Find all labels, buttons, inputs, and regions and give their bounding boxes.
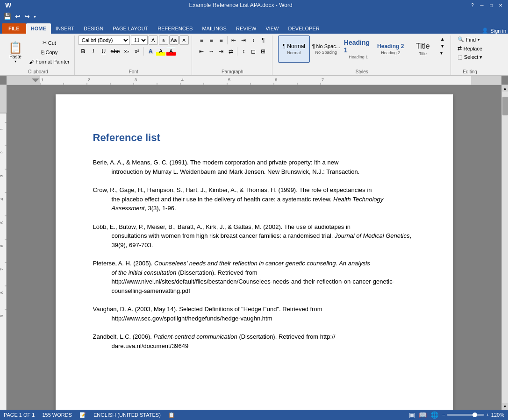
align-right-button[interactable]: ⇥	[216, 47, 226, 56]
svg-text:4: 4	[0, 198, 4, 200]
print-layout-view-button[interactable]: ▣	[409, 411, 415, 419]
document-area[interactable]: Reference list Berle, A. A., & Means, G.…	[7, 85, 501, 410]
copy-button[interactable]: ⎘ Copy	[27, 48, 72, 57]
cut-button[interactable]: ✂ Cut	[27, 39, 72, 47]
tab-review[interactable]: REVIEW	[231, 23, 261, 34]
ruler-left-margin	[7, 76, 40, 85]
undo-icon[interactable]: ↩	[14, 12, 22, 21]
underline-button[interactable]: U	[99, 47, 108, 56]
vertical-scrollbar: ▲ ▼	[501, 85, 508, 410]
style-no-spacing[interactable]: ¶ No Spac... No Spacing	[310, 36, 342, 63]
numbering-button[interactable]: ≡	[207, 36, 216, 45]
svg-text:7: 7	[322, 78, 324, 82]
zoom-in-button[interactable]: +	[486, 412, 489, 418]
show-marks-button[interactable]: ¶	[258, 36, 268, 45]
strikethrough-button[interactable]: abc	[109, 47, 121, 56]
styles-gallery: ¶ Normal Normal ¶ No Spac... No Spacing …	[278, 36, 446, 69]
word-icon: W	[4, 1, 13, 9]
style-heading1[interactable]: Heading 1 Heading 1	[343, 36, 374, 63]
bold-button[interactable]: B	[79, 47, 88, 56]
style-normal[interactable]: ¶ Normal Normal	[278, 36, 310, 63]
restore-button[interactable]: □	[487, 1, 495, 9]
borders-button[interactable]: ⊞	[258, 47, 268, 56]
tab-home[interactable]: HOME	[26, 23, 51, 34]
subscript-button[interactable]: x₂	[122, 47, 131, 56]
clear-format-button[interactable]: ✕	[179, 36, 189, 45]
italic-button[interactable]: I	[89, 47, 98, 56]
tab-file[interactable]: FILE	[2, 23, 26, 34]
web-layout-button[interactable]: 🌐	[430, 411, 438, 419]
tab-references[interactable]: REFERENCES	[153, 23, 197, 34]
redo-icon[interactable]: ↪	[23, 12, 31, 21]
shading-button[interactable]: ◻	[249, 47, 258, 56]
tab-view[interactable]: VIEW	[261, 23, 283, 34]
styles-scroll-up[interactable]: ▲	[439, 36, 446, 43]
tab-design[interactable]: DESIGN	[79, 23, 108, 34]
scroll-thumb[interactable]	[502, 97, 508, 115]
justify-button[interactable]: ⇄	[226, 47, 236, 56]
language-indicator[interactable]: ENGLISH (UNITED STATES)	[93, 412, 161, 418]
tab-developer[interactable]: DEVELOPER	[283, 23, 324, 34]
increase-indent-button[interactable]: ⇥	[239, 36, 248, 45]
save-icon[interactable]: 💾	[2, 12, 13, 21]
page-indicator[interactable]: PAGE 1 OF 1	[4, 412, 35, 418]
bullets-button[interactable]: ≡	[197, 36, 206, 45]
close-button[interactable]: ✕	[497, 1, 504, 9]
status-bar: PAGE 1 OF 1 155 WORDS 📝 ENGLISH (UNITED …	[0, 410, 508, 420]
zoom-level[interactable]: 120%	[491, 412, 504, 418]
font-group: Calibri (Body) 11 A a Aa ✕ B I U abc x₂ …	[76, 36, 192, 75]
line-spacing-button[interactable]: ↕	[239, 47, 248, 56]
zoom-slider[interactable]	[447, 414, 484, 416]
select-button[interactable]: ⬚ Select ▾	[455, 53, 486, 61]
highlight-color-button[interactable]: A	[156, 47, 165, 56]
svg-text:2: 2	[88, 78, 90, 82]
word-count[interactable]: 155 WORDS	[42, 412, 72, 418]
tab-insert[interactable]: INSERT	[51, 23, 79, 34]
zoom-out-button[interactable]: −	[442, 412, 445, 418]
decrease-indent-button[interactable]: ⇤	[229, 36, 238, 45]
multilevel-button[interactable]: ≡	[216, 36, 226, 45]
sign-in-button[interactable]: 👤 Sign in	[482, 28, 506, 34]
svg-text:9: 9	[0, 315, 4, 317]
ruler-content[interactable]: 1 2 3 4 5 6 7	[40, 76, 471, 85]
paste-dropdown-icon[interactable]: ▾	[14, 59, 16, 64]
scroll-track[interactable]	[502, 92, 508, 403]
svg-text:1: 1	[0, 128, 4, 130]
title-bar: W Example Reference List APA.docx - Word…	[0, 0, 508, 10]
shrink-font-button[interactable]: a	[159, 36, 168, 45]
scroll-up-button[interactable]: ▲	[502, 85, 508, 92]
scroll-down-button[interactable]: ▼	[502, 403, 508, 410]
style-heading2[interactable]: Heading 2 Heading 2	[375, 36, 407, 63]
clipboard-group: 📋 Paste ▾ ✂ Cut ⎘ Copy 🖌 Format Painter	[2, 36, 75, 75]
reference-vaughan: Vaughan, D. A. (2003, May 14). Selected …	[93, 305, 415, 323]
customize-quick-access-icon[interactable]: ▾	[32, 13, 37, 20]
styles-label: Styles	[356, 69, 368, 74]
superscript-button[interactable]: x²	[132, 47, 142, 56]
zoom-thumb	[472, 413, 477, 417]
svg-text:8: 8	[0, 292, 4, 294]
svg-text:6: 6	[275, 78, 277, 82]
align-left-button[interactable]: ⇤	[197, 47, 206, 56]
center-button[interactable]: ↔	[207, 47, 216, 56]
style-title[interactable]: Title Title	[407, 36, 439, 63]
find-button[interactable]: 🔍 Find ▾	[455, 36, 486, 43]
minimize-button[interactable]: ─	[478, 1, 486, 9]
font-color-button[interactable]: A	[166, 47, 176, 56]
sort-button[interactable]: ↕	[249, 36, 258, 45]
text-effects-button[interactable]: A	[146, 47, 155, 56]
paragraph-label: Paragraph	[222, 69, 243, 74]
tab-page-layout[interactable]: PAGE LAYOUT	[108, 23, 153, 34]
read-mode-button[interactable]: 📖	[419, 411, 427, 419]
tab-mailings[interactable]: MAILINGS	[197, 23, 231, 34]
format-painter-button[interactable]: 🖌 Format Painter	[27, 57, 72, 66]
styles-scroll-down[interactable]: ▼	[439, 43, 446, 50]
help-button[interactable]: ?	[469, 1, 476, 9]
change-case-button[interactable]: Aa	[169, 36, 179, 45]
styles-more[interactable]: ▾	[439, 50, 446, 57]
font-family-select[interactable]: Calibri (Body)	[79, 36, 130, 45]
replace-button[interactable]: ⇄ Replace	[455, 44, 486, 52]
font-size-select[interactable]: 11	[131, 36, 148, 45]
grow-font-button[interactable]: A	[149, 36, 158, 45]
paste-button[interactable]: 📋 Paste ▾	[5, 39, 26, 65]
svg-text:6: 6	[0, 245, 4, 247]
